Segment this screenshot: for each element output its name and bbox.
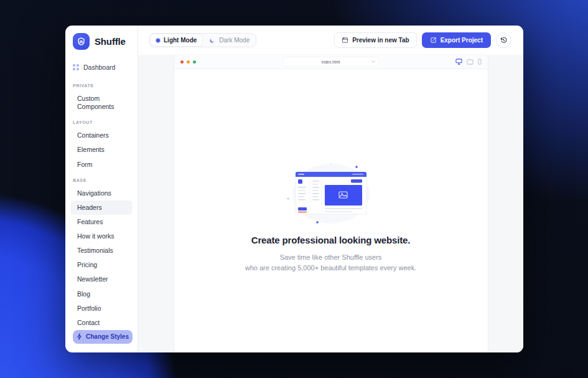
- sidebar-item-headers[interactable]: Headers: [70, 201, 133, 215]
- export-project-button[interactable]: Export Project: [422, 32, 491, 48]
- section-label-layout: LAYOUT: [73, 120, 130, 125]
- app-logo: Shuffle: [65, 33, 138, 50]
- traffic-light-dots: [180, 60, 196, 64]
- sidebar: Shuffle Dashboard PRIVATE Custom Compone…: [65, 26, 138, 352]
- brand-name: Shuffle: [95, 36, 126, 47]
- chevron-down-icon: [371, 60, 375, 64]
- restore-history-icon: [500, 36, 508, 44]
- sidebar-item-dashboard[interactable]: Dashboard: [65, 61, 138, 73]
- browser-window-icon: [342, 37, 348, 44]
- sidebar-item-how-it-works[interactable]: How it works: [70, 229, 133, 243]
- moon-icon: [209, 37, 215, 44]
- close-dot-icon: [180, 60, 184, 64]
- hero-subtext-line2: who are creating 5,000+ beautiful templa…: [245, 263, 416, 273]
- section-label-base: BASE: [73, 178, 130, 182]
- hero-subtext: Save time like other Shuffle users who a…: [245, 252, 416, 273]
- sidebar-item-newsletter[interactable]: Newsletter: [70, 272, 133, 286]
- main-area: Light Mode Dark Mode Preview in n: [138, 26, 523, 352]
- preview-canvas: index.html: [138, 55, 523, 352]
- change-styles-button[interactable]: Change Styles: [73, 330, 133, 344]
- sidebar-item-form[interactable]: Form: [70, 158, 133, 172]
- shuffle-logo-icon: [73, 33, 90, 50]
- sidebar-item-testimonials[interactable]: Testimonials: [70, 243, 133, 258]
- device-toggle-group: [455, 59, 482, 65]
- filename-label: index.html: [322, 60, 340, 64]
- preview-button-label: Preview in new Tab: [352, 37, 409, 44]
- preview-page-body: Create professional looking website. Sav…: [174, 69, 488, 352]
- sidebar-item-features[interactable]: Features: [70, 215, 133, 229]
- phone-icon[interactable]: [478, 59, 482, 65]
- edit-square-icon: [430, 37, 437, 44]
- sidebar-item-contact[interactable]: Contact: [70, 316, 133, 330]
- maximize-dot-icon: [193, 60, 196, 64]
- sidebar-item-custom-components[interactable]: Custom Components: [70, 92, 133, 114]
- page-file-select[interactable]: index.html: [284, 57, 378, 66]
- lightning-icon: [77, 333, 82, 340]
- mode-toggle: Light Mode Dark Mode: [149, 33, 256, 47]
- desktop-icon[interactable]: [455, 59, 462, 65]
- browser-chrome-bar: index.html: [174, 55, 488, 69]
- export-button-label: Export Project: [441, 37, 483, 44]
- sidebar-item-containers[interactable]: Containers: [70, 128, 133, 143]
- sidebar-item-portfolio[interactable]: Portfolio: [70, 301, 133, 316]
- light-mode-label: Light Mode: [164, 37, 197, 44]
- sidebar-item-blog[interactable]: Blog: [70, 287, 133, 301]
- sidebar-item-pricing[interactable]: Pricing: [70, 258, 133, 272]
- sun-dot-icon: [156, 39, 160, 42]
- hero-heading: Create professional looking website.: [251, 235, 411, 245]
- tablet-icon[interactable]: [467, 59, 474, 65]
- dark-mode-button[interactable]: Dark Mode: [203, 34, 256, 47]
- sidebar-item-elements[interactable]: Elements: [70, 143, 133, 157]
- sidebar-item-label: Dashboard: [83, 64, 115, 71]
- sidebar-item-navigations[interactable]: Navigations: [70, 186, 133, 201]
- hero-subtext-line1: Save time like other Shuffle users: [245, 252, 416, 263]
- topbar-actions: Preview in new Tab Export Project: [334, 32, 511, 48]
- shuffle-app-window: Shuffle Dashboard PRIVATE Custom Compone…: [65, 26, 523, 352]
- section-label-private: PRIVATE: [73, 83, 130, 88]
- preview-new-tab-button[interactable]: Preview in new Tab: [334, 32, 417, 48]
- dashboard-grid-icon: [73, 64, 79, 70]
- change-styles-label: Change Styles: [86, 333, 129, 340]
- preview-frame: index.html: [174, 55, 488, 352]
- dark-mode-label: Dark Mode: [219, 37, 250, 44]
- minimize-dot-icon: [187, 60, 190, 64]
- dashboard-illustration: [278, 161, 385, 226]
- light-mode-button[interactable]: Light Mode: [150, 34, 203, 47]
- restore-history-button[interactable]: [496, 32, 511, 48]
- topbar: Light Mode Dark Mode Preview in n: [138, 26, 523, 55]
